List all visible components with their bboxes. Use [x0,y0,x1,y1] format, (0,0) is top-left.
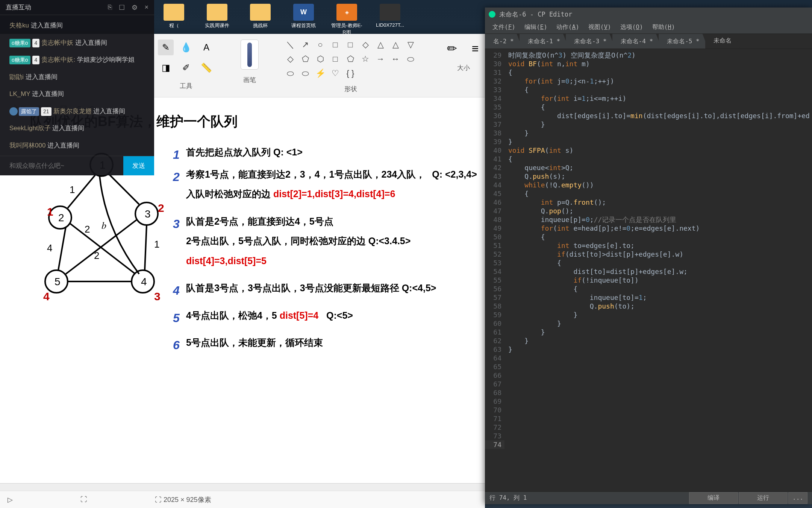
user-badge-icon [9,107,18,116]
shape-button[interactable]: ⬭ [405,54,416,64]
svg-text:2: 2 [85,224,90,235]
shape-button[interactable]: ↗ [300,40,311,50]
live-chat-input[interactable] [0,156,123,175]
dropper-tool[interactable]: 💧 [178,40,194,55]
desktop-icon-folder1[interactable]: 程（ [158,4,190,36]
archive-icon[interactable]: ☐ [119,3,125,12]
note-steps: 1首先把起点放入队列 Q: <1> 2考察1号点，能直接到达2，3，4，1号点出… [180,142,485,353]
shape-button[interactable]: ▽ [405,40,416,50]
svg-text:1: 1 [47,205,53,218]
live-chat-message: 露馅了21新奥尔良龙翅 进入直播间 [0,103,154,120]
menu-options[interactable]: 选项(O) [617,22,647,33]
shape-button[interactable]: ⬭ [285,68,295,79]
code-content[interactable]: 时间复杂度O(n^3) 空间复杂度是O(n^2)void BF(int n,in… [504,49,812,491]
svg-text:3: 3 [145,208,151,220]
run-button[interactable]: 运行 [739,492,788,504]
menu-help[interactable]: 帮助(H) [648,22,679,33]
live-chat-header: 直播互动 ⎘ ☐ ⚙ × [0,0,154,15]
size-thick-icon[interactable]: ≡ [466,40,484,58]
editor-title: 未命名-6 - CP Editor [499,10,572,19]
menu-view[interactable]: 视图(V) [585,22,615,33]
editor-tab[interactable]: 未命名-3 * [566,34,615,49]
live-chat-message: o糖果o4贵志帐中妖 进入直播间 [0,34,154,52]
folder-icon [250,4,271,21]
live-chat-input-row: 发送 [0,156,154,175]
editor-tabs: 名-2 * 未命名-1 * 未命名-3 * 未命名-4 * 未命名-5 * 未命… [485,34,812,49]
code-area[interactable]: 2930313233343536373839404142434445464748… [485,49,812,491]
more-button[interactable]: ... [788,492,807,504]
shape-button[interactable]: □ [330,54,341,64]
shape-button[interactable]: ◇ [285,54,295,64]
desktop-icon-folder3[interactable]: 挑战杯 [244,4,276,36]
shape-button[interactable]: ↔ [390,54,401,64]
camera-icon[interactable]: ⎘ [108,3,112,12]
pencil-tool[interactable]: ✎ [158,40,174,55]
shape-button[interactable]: ◇ [360,40,371,50]
desktop-icon-word[interactable]: W课程首页纸 [288,4,320,36]
settings-icon[interactable]: ⚙ [132,3,138,12]
brush-preview[interactable] [241,40,259,70]
editor-tab[interactable]: 未命名 [705,34,740,49]
shape-button[interactable]: □ [330,40,341,50]
shape-button[interactable]: ⬠ [300,54,311,64]
editor-tab[interactable]: 未命名-1 * [520,34,569,49]
line-gutter: 2930313233343536373839404142434445464748… [485,49,504,491]
shape-button[interactable]: { } [345,68,356,79]
cursor-position: 行 74, 列 1 [489,494,527,502]
size-thin-icon[interactable]: ✏ [443,40,461,58]
live-chat-message: o糖果o4贵志帐中妖: 学姐麦沙沙响啊学姐 [0,51,154,68]
shape-button[interactable]: ⬭ [300,68,311,79]
svg-text:4: 4 [47,242,52,254]
live-chat-message: SeekLight欣子 进入直播间 [0,120,154,137]
shape-button[interactable]: □ [345,40,356,50]
shape-button[interactable]: ⬠ [345,54,356,64]
text-tool[interactable]: A [198,40,214,55]
tool-group-tools: ✎ 💧 A ◨ ✐ 📏 工具 [158,40,214,90]
menu-action[interactable]: 动作(A) [553,22,583,33]
live-chat-message: 失格ku 进入直播间 [0,17,154,34]
diagram-icon: ◈ [336,4,357,21]
tool-group-shapes: ＼↗○□□◇△△▽◇⬠⬡□⬠☆→↔⬭⬭⬭⚡♡{ } 形状 [285,40,417,93]
compile-button[interactable]: 编译 [689,492,738,504]
svg-text:4: 4 [141,276,147,287]
live-chat-send-button[interactable]: 发送 [123,156,154,175]
close-icon[interactable]: × [144,3,148,12]
desktop-icon-folder2[interactable]: 实践周课件 [201,4,233,36]
shape-button[interactable]: ○ [315,40,326,50]
eyedropper-tool[interactable]: ✐ [178,60,194,76]
ruler-tool[interactable]: 📏 [198,60,214,76]
shape-button[interactable]: ⚡ [315,68,326,79]
dimensions-label: ⛶ 2025 × 925像素 [155,495,211,504]
svg-line-11 [109,174,139,204]
editor-titlebar[interactable]: 未命名-6 - CP Editor [485,8,812,21]
desktop-icon-code[interactable]: LID0X727T... [374,4,406,36]
live-chat-panel: 直播互动 ⎘ ☐ ⚙ × 失格ku 进入直播间 o糖果o4贵志帐中妖 进入直播间… [0,0,154,175]
folder-icon [207,4,227,21]
svg-text:3: 3 [154,290,161,303]
shape-button[interactable]: △ [375,40,386,50]
svg-text:2: 2 [158,202,164,214]
live-chat-message: LK_MY 进入直播间 [0,85,154,103]
code-file-icon [380,4,400,21]
shape-button[interactable]: ☆ [360,54,371,64]
svg-line-14 [58,227,66,270]
svg-text:2: 2 [94,250,99,261]
shape-button[interactable]: △ [390,40,401,50]
folder-icon [164,4,184,21]
editor-tab[interactable]: 名-2 * [485,34,523,49]
editor-statusbar: 行 74, 列 1 编译 运行 ... [485,491,812,504]
shape-button[interactable]: ＼ [285,40,295,50]
editor-tab[interactable]: 未命名-4 * [612,34,662,49]
menu-file[interactable]: 文件(F) [489,22,519,33]
shape-button[interactable]: ⬡ [315,54,326,64]
svg-text:1: 1 [70,184,75,195]
shape-button[interactable]: → [375,54,386,64]
eraser-tool[interactable]: ◨ [158,60,174,76]
editor-tab[interactable]: 未命名-5 * [659,34,708,49]
horizontal-scrollbar[interactable] [0,483,485,491]
menu-edit[interactable]: 编辑(E) [521,22,551,33]
crop-icon[interactable]: ⛶ [80,496,87,503]
svg-text:5: 5 [55,276,61,287]
desktop-icon-db[interactable]: ◈管理员-教师E-R图 [331,4,363,36]
shape-button[interactable]: ♡ [330,68,341,79]
